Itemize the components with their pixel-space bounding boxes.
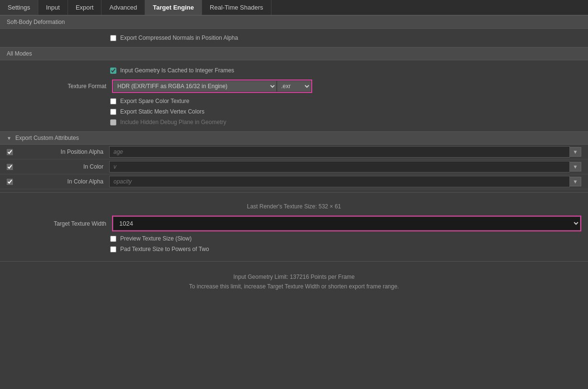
texture-format-selects: HDR (EXR/TIFF as RGBA 16/32 in Engine) L…: [112, 80, 312, 93]
tab-settings[interactable]: Settings: [0, 0, 38, 15]
in-color-input[interactable]: [109, 161, 570, 172]
input-geometry-cached-label: Input Geometry Is Cached to Integer Fram…: [120, 67, 234, 74]
main-content: Soft-Body Deformation Export Compressed …: [0, 15, 588, 299]
export-custom-attributes-header[interactable]: ▼ Export Custom Attributes: [0, 131, 588, 145]
tab-target-engine[interactable]: Target Engine: [145, 0, 202, 15]
target-texture-section: Last Render's Texture Size: 532 × 61 Tar…: [0, 195, 588, 258]
texture-format-label: Texture Format: [7, 83, 112, 90]
in-color-checkbox[interactable]: [7, 164, 13, 170]
export-compressed-normals-row: Export Compressed Normals in Position Al…: [0, 33, 588, 43]
tab-export[interactable]: Export: [68, 0, 102, 15]
preview-texture-size-row: Preview Texture Size (Slow): [0, 233, 588, 244]
in-color-alpha-checkbox-wrap: [7, 179, 18, 185]
export-static-mesh-label: Export Static Mesh Vertex Colors: [120, 108, 204, 115]
export-spare-color-row: Export Spare Color Texture: [0, 96, 588, 106]
tab-input[interactable]: Input: [38, 0, 68, 15]
tab-real-time-shaders[interactable]: Real-Time Shaders: [202, 0, 271, 15]
texture-ext-select[interactable]: .exr .tiff .png: [277, 81, 311, 92]
divider-1: [0, 192, 588, 193]
target-texture-width-select-wrap: 512 1024 2048 4096: [112, 216, 581, 231]
in-color-alpha-label: In Color Alpha: [18, 178, 109, 185]
in-position-alpha-dropdown-btn[interactable]: ▼: [570, 147, 581, 157]
bottom-info-line2: To increase this limit, increase Target …: [8, 282, 580, 291]
collapse-arrow-icon: ▼: [7, 136, 11, 141]
pad-texture-size-label: Pad Texture Size to Powers of Two: [120, 246, 209, 252]
last-render-size-info: Last Render's Texture Size: 532 × 61: [0, 199, 588, 214]
in-position-alpha-input[interactable]: [109, 146, 570, 158]
all-modes-section-body: Input Geometry Is Cached to Integer Fram…: [0, 60, 588, 131]
texture-format-row: Texture Format HDR (EXR/TIFF as RGBA 16/…: [0, 77, 588, 96]
export-spare-color-checkbox[interactable]: [110, 98, 116, 104]
export-custom-attributes-label: Export Custom Attributes: [15, 135, 79, 141]
tab-advanced[interactable]: Advanced: [102, 0, 145, 15]
export-compressed-normals-checkbox[interactable]: [110, 35, 116, 41]
soft-body-section-header: Soft-Body Deformation: [0, 15, 588, 29]
all-modes-section-header: All Modes: [0, 47, 588, 60]
export-compressed-normals-label: Export Compressed Normals in Position Al…: [120, 34, 238, 41]
bottom-info-line1: Input Geometry Limit: 137216 Points per …: [8, 272, 580, 282]
tab-bar: Settings Input Export Advanced Target En…: [0, 0, 588, 15]
include-hidden-debug-checkbox: [110, 119, 116, 126]
in-color-alpha-row: In Color Alpha ▼: [0, 174, 588, 189]
in-color-checkbox-wrap: [7, 164, 18, 170]
include-hidden-debug-row: Include Hidden Debug Plane in Geometry: [0, 117, 588, 127]
in-position-alpha-checkbox-wrap: [7, 149, 18, 155]
in-color-dropdown-btn[interactable]: ▼: [570, 162, 581, 172]
input-geometry-cached-checkbox[interactable]: [110, 68, 116, 74]
soft-body-section-body: Export Compressed Normals in Position Al…: [0, 29, 588, 47]
pad-texture-size-checkbox[interactable]: [110, 246, 116, 252]
in-position-alpha-row: In Position Alpha ▼: [0, 145, 588, 160]
export-spare-color-label: Export Spare Color Texture: [120, 98, 190, 104]
texture-format-select[interactable]: HDR (EXR/TIFF as RGBA 16/32 in Engine) L…: [113, 81, 276, 92]
target-texture-width-select[interactable]: 512 1024 2048 4096: [113, 217, 580, 230]
input-geometry-cached-row: Input Geometry Is Cached to Integer Fram…: [0, 64, 588, 77]
export-static-mesh-row: Export Static Mesh Vertex Colors: [0, 106, 588, 117]
target-texture-width-row: Target Texture Width 512 1024 2048 4096: [0, 214, 588, 233]
bottom-info: Input Geometry Limit: 137216 Points per …: [0, 264, 588, 299]
in-color-alpha-dropdown-btn[interactable]: ▼: [570, 177, 581, 186]
in-color-label: In Color: [18, 163, 109, 170]
pad-texture-size-row: Pad Texture Size to Powers of Two: [0, 244, 588, 254]
export-static-mesh-checkbox[interactable]: [110, 109, 116, 115]
in-position-alpha-label: In Position Alpha: [18, 149, 109, 155]
in-position-alpha-checkbox[interactable]: [7, 149, 13, 155]
in-color-row: In Color ▼: [0, 160, 588, 174]
include-hidden-debug-label: Include Hidden Debug Plane in Geometry: [120, 119, 226, 126]
preview-texture-size-checkbox[interactable]: [110, 236, 116, 242]
export-custom-attributes-body: In Position Alpha ▼ In Color ▼ In Color …: [0, 145, 588, 189]
divider-2: [0, 261, 588, 262]
in-color-alpha-checkbox[interactable]: [7, 179, 13, 185]
preview-texture-size-label: Preview Texture Size (Slow): [120, 235, 192, 242]
in-color-alpha-input[interactable]: [109, 176, 570, 187]
target-texture-width-label: Target Texture Width: [7, 220, 112, 227]
